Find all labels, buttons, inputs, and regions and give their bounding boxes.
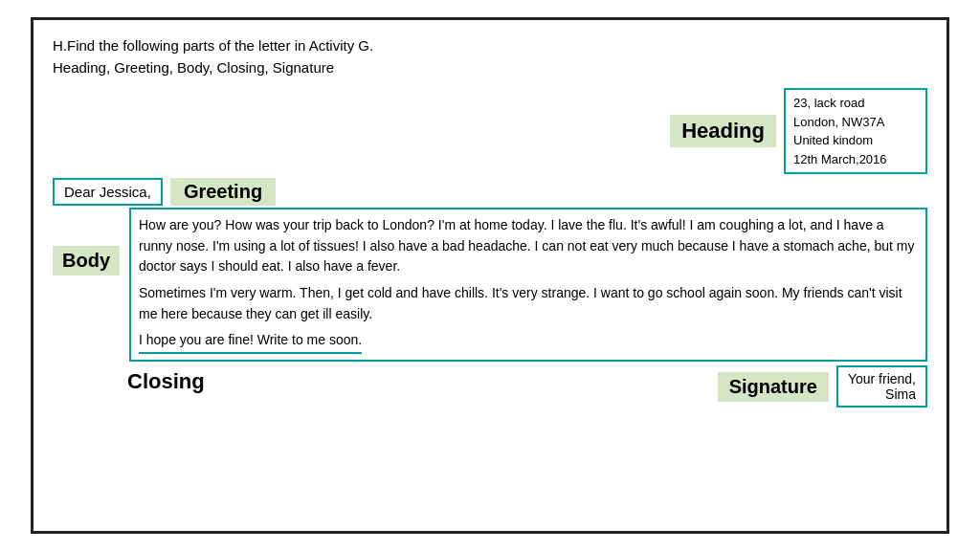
- instruction-line2: Heading, Greeting, Body, Closing, Signat…: [53, 57, 927, 79]
- body-text-box: How are you? How was your trip back to L…: [129, 208, 927, 362]
- heading-row: Heading 23, lack road London, NW37A Unit…: [53, 88, 927, 174]
- main-container: H.Find the following parts of the letter…: [31, 17, 949, 534]
- signature-area: Signature Your friend, Sima: [718, 365, 927, 408]
- instruction-line1: H.Find the following parts of the letter…: [53, 35, 927, 57]
- body-paragraph-2: Sometimes I'm very warm. Then, I get col…: [139, 283, 918, 324]
- signature-label: Signature: [718, 372, 829, 402]
- signature-box: Your friend, Sima: [836, 365, 927, 408]
- address-line1: 23, lack road: [793, 96, 864, 110]
- body-row: Body How are you? How was your trip back…: [53, 208, 927, 362]
- hope-line: I hope you are fine! Write to me soon.: [139, 330, 362, 354]
- greeting-text-box: Dear Jessica,: [53, 178, 163, 206]
- address-line3: United kindom: [793, 133, 873, 147]
- greeting-row: Dear Jessica, Greeting: [53, 178, 927, 206]
- closing-label: Closing: [120, 365, 212, 398]
- body-paragraph-1: How are you? How was your trip back to L…: [139, 215, 918, 277]
- greeting-text: Dear Jessica,: [64, 184, 151, 200]
- address-box: 23, lack road London, NW37A United kindo…: [784, 88, 927, 174]
- body-label: Body: [53, 246, 120, 276]
- heading-label: Heading: [670, 115, 776, 147]
- greeting-label: Greeting: [170, 178, 276, 206]
- closing-signature-row: Closing Signature Your friend, Sima: [53, 365, 927, 408]
- signature-line2: Sima: [848, 386, 916, 402]
- signature-line1: Your friend,: [848, 371, 916, 386]
- content-area: Heading 23, lack road London, NW37A Unit…: [53, 88, 927, 408]
- instructions: H.Find the following parts of the letter…: [53, 35, 927, 78]
- address-line4: 12th March,2016: [793, 152, 887, 166]
- address-line2: London, NW37A: [793, 115, 884, 129]
